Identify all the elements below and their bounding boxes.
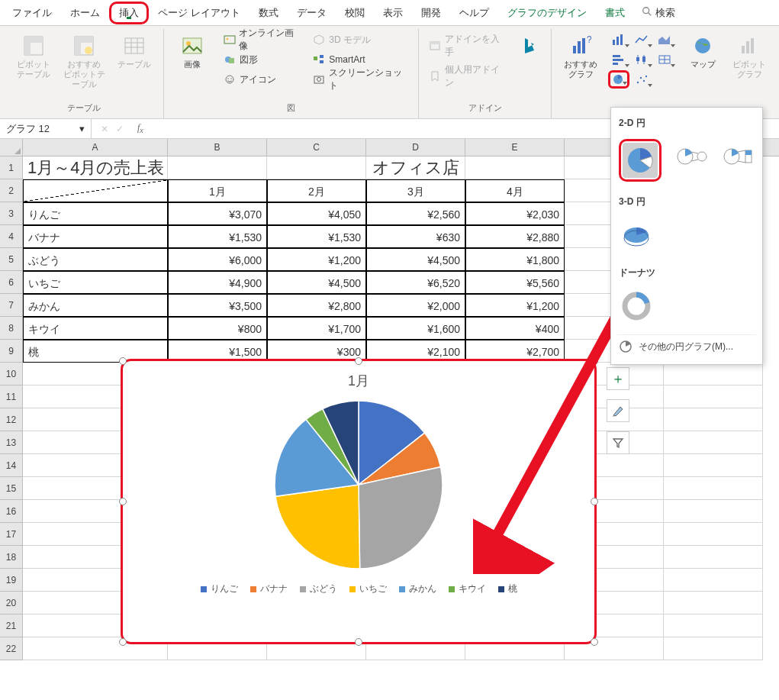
legend-item[interactable]: りんご [201, 582, 238, 595]
row-header[interactable]: 22 [0, 637, 23, 660]
cell[interactable]: ¥1,200 [267, 248, 366, 271]
cell[interactable]: ¥1,530 [267, 225, 366, 248]
cell[interactable]: ¥2,000 [366, 294, 465, 317]
col-header-A[interactable]: A [23, 139, 168, 156]
cell[interactable] [664, 385, 763, 408]
cancel-icon[interactable]: ✕ [101, 124, 108, 134]
resize-handle-se[interactable] [591, 638, 598, 646]
tab-page-layout[interactable]: ページ レイアウト [149, 0, 249, 25]
resize-handle-e[interactable] [591, 498, 598, 505]
tab-home[interactable]: ホーム [61, 0, 109, 25]
cell[interactable]: ¥1,600 [366, 317, 465, 340]
confirm-icon[interactable]: ✓ [116, 124, 124, 134]
row-header[interactable]: 4 [0, 225, 23, 248]
maps-button[interactable]: マップ [680, 31, 726, 112]
cell[interactable]: ¥1,530 [168, 225, 267, 248]
line-chart-button[interactable] [631, 31, 652, 49]
cell[interactable]: ¥2,560 [366, 202, 465, 225]
tab-format[interactable]: 書式 [596, 0, 634, 25]
pie-of-pie-option[interactable] [674, 139, 708, 174]
recommended-charts-button[interactable]: ? おすすめ グラフ [558, 31, 604, 112]
combo-chart-button[interactable] [654, 70, 675, 89]
cell[interactable]: ¥6,520 [366, 271, 465, 294]
cell[interactable]: ¥4,500 [366, 248, 465, 271]
icons-button[interactable]: アイコン [220, 70, 305, 89]
chart-elements-button[interactable]: ＋ [607, 367, 629, 390]
cell[interactable]: ¥300 [267, 340, 366, 363]
cell[interactable] [664, 637, 763, 660]
surface-chart-button[interactable] [654, 50, 675, 69]
chart-filters-button[interactable] [607, 431, 629, 454]
row-header[interactable]: 16 [0, 500, 23, 523]
scatter-chart-button[interactable] [631, 70, 652, 89]
row-header[interactable]: 3 [0, 202, 23, 225]
chart-legend[interactable]: りんごバナナぶどういちごみかんキウイ桃 [123, 576, 594, 605]
cell[interactable]: みかん [23, 294, 168, 317]
row-header[interactable]: 15 [0, 477, 23, 500]
col-header-C[interactable]: C [267, 139, 366, 156]
tab-insert[interactable]: 挿入 [119, 4, 139, 22]
cell[interactable]: ¥4,900 [168, 271, 267, 294]
pictures-button[interactable]: 画像 [170, 31, 215, 101]
pie-2d-option[interactable] [623, 143, 658, 178]
cell[interactable] [664, 546, 763, 569]
resize-handle-sw[interactable] [119, 638, 127, 646]
pivot-chart-button[interactable]: ピボット グラフ [730, 31, 768, 112]
chart-object[interactable]: 1月 りんごバナナぶどういちごみかんキウイ桃 ＋ [122, 360, 595, 643]
get-addins-button[interactable]: アドインを入手 [425, 37, 510, 55]
pie-slice[interactable] [275, 485, 360, 569]
cell[interactable]: いちご [23, 271, 168, 294]
tab-view[interactable]: 表示 [374, 0, 412, 25]
cell[interactable] [664, 592, 763, 615]
shapes-button[interactable]: 図形 [220, 50, 305, 69]
resize-handle-w[interactable] [119, 498, 127, 505]
cell[interactable] [664, 454, 763, 477]
cell[interactable] [664, 523, 763, 546]
legend-item[interactable]: バナナ [250, 582, 288, 595]
row-header[interactable]: 7 [0, 294, 23, 317]
row-header[interactable]: 21 [0, 615, 23, 637]
cell[interactable]: ¥6,000 [168, 248, 267, 271]
table-button[interactable]: テーブル [111, 31, 157, 101]
cell[interactable] [664, 500, 763, 523]
resize-handle-nw[interactable] [119, 357, 127, 365]
select-all-button[interactable] [0, 139, 23, 156]
pie-3d-option[interactable] [619, 218, 654, 253]
row-header[interactable]: 1 [0, 156, 23, 179]
cell[interactable] [664, 363, 763, 385]
row-header[interactable]: 2 [0, 179, 23, 202]
legend-item[interactable]: キウイ [449, 582, 486, 595]
pie-chart-button[interactable] [608, 70, 629, 89]
row-header[interactable]: 11 [0, 385, 23, 408]
cell[interactable]: ¥5,560 [465, 271, 565, 294]
cell[interactable]: ¥2,030 [465, 202, 565, 225]
legend-item[interactable]: みかん [399, 582, 436, 595]
cell[interactable] [23, 179, 168, 202]
cell[interactable]: りんご [23, 202, 168, 225]
col-header-B[interactable]: B [168, 139, 267, 156]
cell[interactable] [664, 431, 763, 454]
row-header[interactable]: 6 [0, 271, 23, 294]
cell[interactable] [664, 569, 763, 592]
cell[interactable]: ¥2,800 [267, 294, 366, 317]
search-icon[interactable] [642, 6, 652, 19]
online-pictures-button[interactable]: オンライン画像 [220, 31, 305, 49]
cell[interactable]: ¥2,880 [465, 225, 565, 248]
resize-handle-n[interactable] [355, 357, 362, 365]
donut-option[interactable] [619, 289, 654, 324]
pie-chart[interactable] [259, 393, 458, 576]
pivot-table-button[interactable]: ピボット テーブル [11, 31, 56, 101]
legend-item[interactable]: ぶどう [300, 582, 337, 595]
cell[interactable]: 1月 [168, 179, 267, 202]
cell[interactable] [664, 477, 763, 500]
cell[interactable]: ¥4,500 [267, 271, 366, 294]
cell[interactable]: キウイ [23, 317, 168, 340]
cell[interactable]: ぶどう [23, 248, 168, 271]
pie-slice[interactable] [359, 467, 443, 569]
cell[interactable]: 1月～4月の売上表 [23, 156, 168, 179]
row-header[interactable]: 13 [0, 431, 23, 454]
cell[interactable] [168, 156, 267, 179]
row-header[interactable]: 10 [0, 363, 23, 385]
row-header[interactable]: 18 [0, 546, 23, 569]
cell[interactable]: ¥1,500 [168, 340, 267, 363]
